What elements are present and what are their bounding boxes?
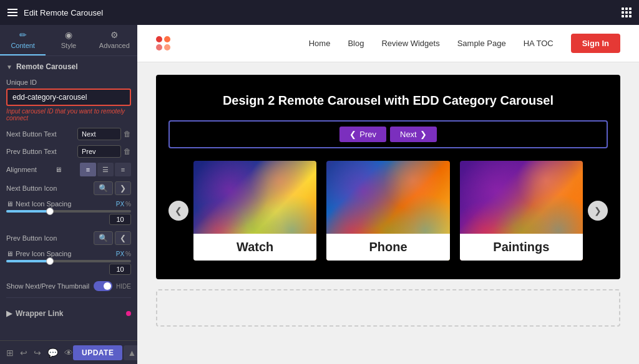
prev-icon-arrow-btn[interactable]: ❮ (115, 231, 131, 245)
nav-bar: Home Blog Review Widgets Sample Page HA … (137, 25, 639, 62)
next-spacing-thumb[interactable] (46, 208, 54, 215)
thumbnail-toggle-row: Show Next/Prev Thumbnail HIDE (6, 281, 131, 291)
next-icon-row: Next Button Icon 🔍 ❯ (6, 181, 131, 195)
prev-spacing-pct-unit[interactable]: % (125, 251, 131, 257)
prev-spacing-px-unit[interactable]: PX (116, 251, 124, 257)
carousel-item-1: Phone (326, 161, 449, 261)
advanced-tab-icon: ⚙ (110, 30, 119, 40)
undo-icon[interactable]: ↩ (20, 348, 27, 358)
section-arrow: ▼ (6, 64, 12, 70)
tab-advanced[interactable]: ⚙ Advanced (92, 25, 137, 55)
tab-content[interactable]: ✏ Content (0, 25, 46, 55)
carousel-wrapper: ❮ Watch Phone (168, 161, 608, 261)
carousel-arrow-right[interactable]: ❯ (588, 201, 608, 221)
wrapper-link-section[interactable]: ▶ Wrapper Link (6, 304, 131, 323)
history-icon[interactable]: 💬 (47, 348, 58, 358)
prev-spacing-value-input[interactable] (109, 264, 131, 275)
align-left-btn[interactable]: ≡ (80, 163, 96, 176)
dashed-placeholder (156, 289, 620, 327)
align-right-btn[interactable]: ≡ (115, 163, 131, 176)
main-layout: ✏ Content ◉ Style ⚙ Advanced ▼ Remote Ca… (0, 25, 639, 364)
topbar-title: Edit Remote Carousel (24, 8, 103, 17)
prev-spacing-thumb[interactable] (46, 257, 54, 265)
carousel-section: Design 2 Remote Carousel with EDD Catego… (156, 75, 620, 279)
grid-icon[interactable] (622, 7, 632, 17)
alignment-monitor-icon: 🖥 (55, 166, 62, 173)
next-carousel-btn[interactable]: Next ❯ (390, 127, 437, 142)
hamburger-icon[interactable] (7, 9, 17, 16)
next-spacing-value-input[interactable] (109, 214, 131, 225)
thumbnail-toggle-label: Show Next/Prev Thumbnail (6, 282, 89, 290)
carousel-item-2: Paintings (460, 161, 583, 261)
prev-delete-btn[interactable]: 🗑 (124, 147, 131, 156)
right-area: Home Blog Review Widgets Sample Page HA … (137, 25, 639, 364)
align-center-btn[interactable]: ☰ (97, 163, 114, 176)
next-button-label: Next Button Text (6, 130, 57, 138)
bottom-toolbar: ⊞ ↩ ↪ 💬 👁 UPDATE ▲ (0, 340, 137, 364)
next-spacing-pct-unit[interactable]: % (125, 201, 131, 208)
next-spacing-px-unit[interactable]: PX (116, 201, 124, 208)
tab-style[interactable]: ◉ Style (46, 25, 91, 55)
logo-dot-1 (156, 36, 162, 42)
hide-label: HIDE (116, 283, 131, 290)
logo-dot-2 (164, 36, 170, 42)
nav-review-widgets[interactable]: Review Widgets (381, 39, 439, 48)
unique-id-hint: Input carousel ID that you want to remot… (6, 108, 131, 122)
logo-dot-4 (164, 44, 170, 50)
nav-ha-toc[interactable]: HA TOC (524, 39, 554, 48)
prev-icon-select-btn[interactable]: 🔍 (94, 231, 113, 245)
nav-logo (156, 36, 173, 50)
nav-home[interactable]: Home (309, 39, 331, 48)
prev-spacing-label: 🖥 Prev Icon Spacing (6, 250, 71, 257)
carousel-nav: ❮ Prev Next ❯ (168, 120, 608, 148)
nav-sample-page[interactable]: Sample Page (457, 39, 506, 48)
nav-blog[interactable]: Blog (348, 39, 364, 48)
prev-button-input[interactable] (77, 145, 121, 158)
carousel-title: Design 2 Remote Carousel with EDD Catego… (168, 93, 608, 108)
next-delete-btn[interactable]: 🗑 (124, 130, 131, 138)
top-bar: Edit Remote Carousel (0, 0, 639, 25)
next-icon-arrow-btn[interactable]: ❯ (115, 181, 131, 195)
sign-in-button[interactable]: Sign In (571, 34, 620, 53)
prev-button-text-row: Prev Button Text 🗑 (6, 145, 131, 158)
section-title: Remote Carousel (16, 62, 78, 71)
wrapper-link-label: Wrapper Link (16, 309, 63, 318)
wrapper-link-indicator (126, 311, 131, 316)
remote-carousel-section[interactable]: ▼ Remote Carousel (6, 62, 131, 71)
section-divider (6, 297, 131, 298)
carousel-arrow-left[interactable]: ❮ (168, 201, 188, 221)
unique-id-input[interactable] (6, 89, 131, 106)
panel-content: ▼ Remote Carousel Unique ID Input carous… (0, 56, 137, 340)
prev-icon-spacing-row: 🖥 Prev Icon Spacing PX % (6, 250, 131, 275)
thumbnail-toggle[interactable] (94, 281, 112, 291)
next-button-text-row: Next Button Text 🗑 (6, 128, 131, 140)
alignment-row: Alignment 🖥 ≡ ☰ ≡ (6, 163, 131, 176)
update-button[interactable]: UPDATE (73, 345, 122, 360)
prev-spacing-slider-track[interactable] (6, 260, 131, 262)
prev-icon-label: Prev Button Icon (6, 234, 57, 242)
wrapper-arrow: ▶ (6, 309, 12, 318)
tab-advanced-label: Advanced (99, 42, 130, 49)
carousel-items: Watch Phone Paintings (168, 161, 608, 261)
panel-tabs: ✏ Content ◉ Style ⚙ Advanced (0, 25, 137, 56)
layers-icon[interactable]: ⊞ (6, 348, 14, 358)
nav-links: Home Blog Review Widgets Sample Page HA … (309, 34, 620, 53)
next-button-input[interactable] (77, 128, 121, 140)
prev-spacing-monitor-icon: 🖥 (6, 250, 13, 257)
alignment-label: Alignment (6, 166, 37, 173)
unique-id-group: Unique ID Input carousel ID that you wan… (6, 79, 131, 122)
prev-icon-row: Prev Button Icon 🔍 ❮ (6, 231, 131, 245)
next-spacing-monitor-icon: 🖥 (6, 200, 13, 208)
carousel-item-label-2: Paintings (460, 234, 583, 261)
more-options-btn[interactable]: ▲ (124, 345, 137, 360)
next-icon-spacing-row: 🖥 Next Icon Spacing PX % (6, 200, 131, 225)
next-icon-label: Next Button Icon (6, 184, 57, 192)
next-icon-select-btn[interactable]: 🔍 (94, 181, 113, 195)
next-spacing-label: 🖥 Next Icon Spacing (6, 200, 71, 208)
redo-icon[interactable]: ↪ (34, 348, 41, 358)
prev-carousel-btn[interactable]: ❮ Prev (339, 127, 386, 142)
next-spacing-slider-track[interactable] (6, 210, 131, 213)
next-chevron-icon: ❯ (420, 130, 427, 139)
tab-content-label: Content (11, 42, 35, 49)
preview-icon[interactable]: 👁 (64, 348, 73, 358)
